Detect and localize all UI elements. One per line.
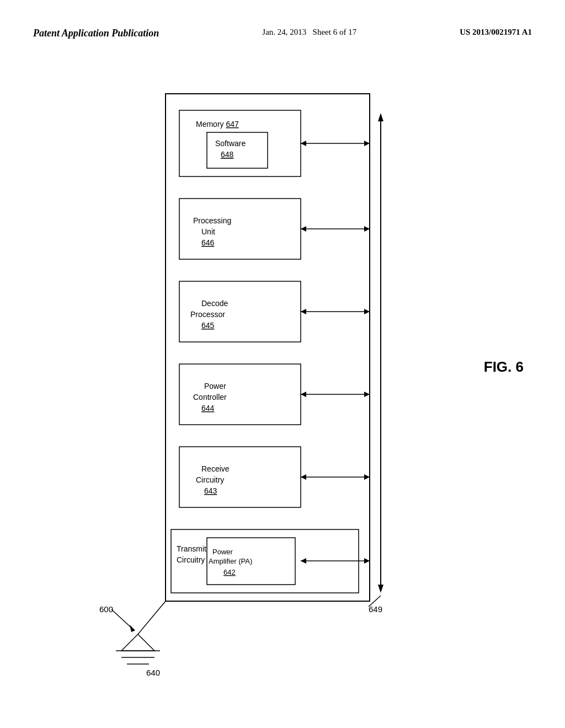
processing-unit-label: Unit	[201, 227, 215, 236]
label-640: 640	[146, 668, 160, 677]
publication-date: Jan. 24, 2013	[262, 28, 306, 36]
software-label: Software	[215, 139, 246, 148]
power-controller-label2: Controller	[193, 393, 227, 402]
processing-label: Processing	[193, 216, 231, 225]
decode-processor-label: Processor	[190, 310, 225, 319]
decode-label: Decode	[201, 299, 228, 308]
arrow-up-head	[378, 113, 383, 121]
pa-number: 642	[223, 568, 236, 576]
decode-number: 645	[201, 321, 215, 330]
receive-number: 643	[204, 486, 217, 495]
label-600-text: 600	[99, 604, 113, 614]
label-600-arrowhead	[130, 625, 135, 632]
processing-number: 646	[201, 238, 215, 247]
publication-title: Patent Application Publication	[33, 28, 159, 39]
figure-label: FIG. 6	[484, 358, 524, 376]
arrow-down-head	[378, 585, 383, 593]
publication-info: Jan. 24, 2013 Sheet 6 of 17	[262, 28, 356, 37]
publication-number: US 2013/0021971 A1	[460, 28, 532, 37]
pa-label2: Amplifier (PA)	[209, 557, 252, 565]
memory-label: Memory 647	[196, 120, 239, 129]
software-subbox	[207, 132, 268, 168]
receive-label: Receive	[201, 464, 230, 473]
pa-label: Power	[212, 548, 233, 556]
antenna-line	[138, 601, 166, 634]
diagram-svg: Memory 647 Software 648 Processing Unit …	[99, 83, 441, 678]
publication-sheet: Sheet 6 of 17	[313, 28, 357, 36]
processing-box	[179, 199, 301, 259]
label-649: 649	[369, 604, 382, 614]
transmit-label: Transmit	[177, 544, 206, 553]
receive-circuitry-label: Circuitry	[196, 475, 224, 484]
power-controller-number: 644	[201, 404, 215, 413]
software-number: 648	[221, 150, 234, 159]
power-controller-label: Power	[204, 382, 226, 390]
page-header: Patent Application Publication Jan. 24, …	[0, 28, 565, 39]
label-600-arrow	[111, 609, 132, 629]
figure-diagram: Memory 647 Software 648 Processing Unit …	[99, 83, 441, 678]
antenna-triangle	[121, 634, 154, 651]
